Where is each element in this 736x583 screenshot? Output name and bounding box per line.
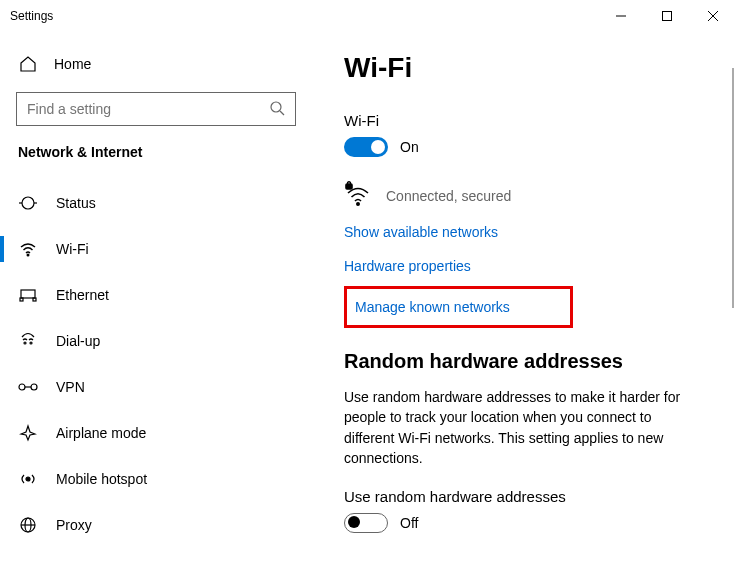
svg-point-14: [30, 342, 32, 344]
svg-point-13: [24, 342, 26, 344]
close-button[interactable]: [690, 0, 736, 32]
airplane-icon: [18, 423, 38, 443]
highlight-annotation: Manage known networks: [344, 286, 573, 328]
search-input[interactable]: [27, 101, 269, 117]
link-show-available-networks[interactable]: Show available networks: [344, 224, 712, 240]
home-icon: [18, 54, 38, 74]
sidebar-item-wifi[interactable]: Wi-Fi: [0, 226, 320, 272]
svg-line-5: [280, 111, 284, 115]
sidebar-item-label: Mobile hotspot: [56, 471, 147, 487]
random-addresses-heading: Random hardware addresses: [344, 350, 712, 373]
sidebar: Home Network & Internet Status Wi-Fi Eth…: [0, 32, 320, 583]
svg-rect-12: [33, 298, 36, 301]
sidebar-item-label: VPN: [56, 379, 85, 395]
sidebar-item-label: Status: [56, 195, 96, 211]
svg-point-4: [271, 102, 281, 112]
sidebar-item-label: Ethernet: [56, 287, 109, 303]
sidebar-item-label: Wi-Fi: [56, 241, 89, 257]
sidebar-item-label: Proxy: [56, 517, 92, 533]
wifi-secured-icon: [344, 181, 372, 210]
wifi-toggle[interactable]: [344, 137, 388, 157]
proxy-icon: [18, 515, 38, 535]
link-manage-known-networks[interactable]: Manage known networks: [355, 299, 510, 315]
page-title: Wi-Fi: [344, 52, 712, 84]
sidebar-item-airplane[interactable]: Airplane mode: [0, 410, 320, 456]
svg-point-15: [19, 384, 25, 390]
svg-point-6: [22, 197, 34, 209]
home-nav[interactable]: Home: [0, 44, 320, 84]
sidebar-item-vpn[interactable]: VPN: [0, 364, 320, 410]
minimize-button[interactable]: [598, 0, 644, 32]
sidebar-item-label: Dial-up: [56, 333, 100, 349]
random-toggle-state: Off: [400, 515, 418, 531]
svg-point-22: [357, 203, 359, 205]
hotspot-icon: [18, 469, 38, 489]
titlebar: Settings: [0, 0, 736, 32]
window-controls: [598, 0, 736, 32]
svg-rect-1: [663, 12, 672, 21]
sidebar-item-label: Airplane mode: [56, 425, 146, 441]
svg-point-16: [31, 384, 37, 390]
svg-point-9: [27, 254, 29, 256]
home-label: Home: [54, 56, 91, 72]
svg-rect-23: [346, 184, 352, 189]
sidebar-item-proxy[interactable]: Proxy: [0, 502, 320, 548]
main-panel: Wi-Fi Wi-Fi On Connected, secured Show a…: [320, 32, 736, 583]
sidebar-item-status[interactable]: Status: [0, 180, 320, 226]
random-toggle-label: Use random hardware addresses: [344, 488, 712, 505]
link-hardware-properties[interactable]: Hardware properties: [344, 258, 712, 274]
nav-list: Status Wi-Fi Ethernet Dial-up VPN Airpla…: [0, 180, 320, 548]
ethernet-icon: [18, 285, 38, 305]
wifi-icon: [18, 239, 38, 259]
svg-rect-11: [20, 298, 23, 301]
section-title: Network & Internet: [0, 144, 320, 168]
window-title: Settings: [10, 9, 598, 23]
svg-rect-10: [21, 290, 35, 298]
wifi-toggle-state: On: [400, 139, 419, 155]
search-icon: [269, 100, 285, 119]
connection-status-text: Connected, secured: [386, 188, 511, 204]
sidebar-item-hotspot[interactable]: Mobile hotspot: [0, 456, 320, 502]
vpn-icon: [18, 377, 38, 397]
wifi-toggle-label: Wi-Fi: [344, 112, 712, 129]
svg-point-18: [26, 477, 30, 481]
maximize-button[interactable]: [644, 0, 690, 32]
sidebar-item-ethernet[interactable]: Ethernet: [0, 272, 320, 318]
random-addresses-toggle[interactable]: [344, 513, 388, 533]
random-addresses-description: Use random hardware addresses to make it…: [344, 387, 704, 468]
dialup-icon: [18, 331, 38, 351]
connection-status: Connected, secured: [344, 181, 712, 210]
sidebar-item-dialup[interactable]: Dial-up: [0, 318, 320, 364]
scrollbar[interactable]: [732, 68, 734, 308]
search-box[interactable]: [16, 92, 296, 126]
status-icon: [18, 193, 38, 213]
